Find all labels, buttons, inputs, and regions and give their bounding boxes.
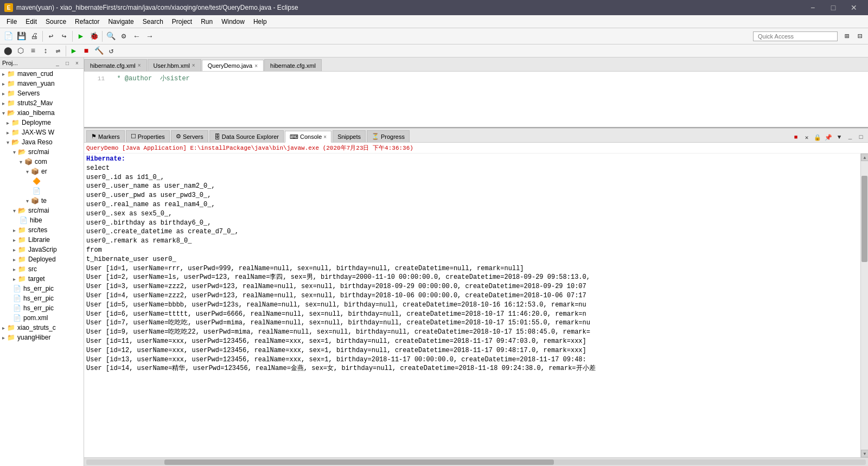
console-pin[interactable]: 📌 bbox=[824, 132, 833, 142]
sidebar-item-file1[interactable]: 🔶 bbox=[0, 176, 84, 186]
tab-datasource[interactable]: 🗄 Data Source Explorer bbox=[209, 130, 284, 142]
sidebar-item-jaxws[interactable]: ▸ 📁 JAX-WS W bbox=[0, 127, 84, 137]
toolbar2-refresh[interactable]: ↺ bbox=[105, 45, 117, 57]
toolbar-redo[interactable]: ↪ bbox=[58, 30, 70, 42]
quick-access-input[interactable] bbox=[753, 31, 838, 41]
toolbar-new[interactable]: 📄 bbox=[2, 30, 14, 42]
scroll-down-button[interactable]: ▼ bbox=[861, 450, 868, 457]
toolbar-forward[interactable]: → bbox=[144, 30, 156, 42]
sidebar-item-java-reso[interactable]: ▾ 📂 Java Reso bbox=[0, 137, 84, 147]
sidebar-item-deployme[interactable]: ▸ 📁 Deployme bbox=[0, 118, 84, 127]
editor-content[interactable]: 11 * @author 小sister bbox=[84, 72, 868, 127]
toolbar-layout[interactable]: ⊟ bbox=[854, 30, 866, 42]
sidebar-item-src-mai-1[interactable]: ▾ 📂 src/mai bbox=[0, 147, 84, 157]
toolbar-save[interactable]: 💾 bbox=[15, 30, 27, 42]
sidebar-item-xml[interactable]: 📄 bbox=[0, 186, 84, 196]
toolbar-undo[interactable]: ↩ bbox=[45, 30, 57, 42]
minimize-button[interactable]: − bbox=[803, 0, 822, 15]
sidebar-item-javascript[interactable]: ▸ 📁 JavaScrip bbox=[0, 245, 84, 254]
sidebar-item-yuan-hiber[interactable]: ▸ 📁 yuangHiber bbox=[0, 333, 84, 342]
menu-project[interactable]: Project bbox=[168, 17, 196, 27]
hscroll-track[interactable] bbox=[86, 459, 866, 465]
tab-markers[interactable]: ⚑ Markers bbox=[86, 130, 125, 142]
menu-help[interactable]: Help bbox=[249, 17, 271, 27]
toolbar-run[interactable]: ▶ bbox=[75, 30, 87, 42]
toolbar2-btn1[interactable]: ⬤ bbox=[2, 45, 14, 57]
console-stop-button[interactable]: ■ bbox=[791, 132, 801, 142]
toolbar-print[interactable]: 🖨 bbox=[28, 30, 40, 42]
console-view-menu[interactable]: ▼ bbox=[834, 132, 844, 142]
tab-close-icon[interactable]: × bbox=[323, 134, 327, 140]
sidebar-item-hserr3[interactable]: 📄 hs_err_pic bbox=[0, 303, 84, 313]
sidebar-item-servers[interactable]: ▸ 📁 Servers bbox=[0, 88, 84, 98]
console-line: select bbox=[86, 164, 858, 173]
toolbar2-btn3[interactable]: ≡ bbox=[27, 45, 39, 57]
sidebar-item-pomxml[interactable]: 📄 pom.xml bbox=[0, 313, 84, 323]
sidebar-maximize-button[interactable]: □ bbox=[63, 59, 72, 67]
tab-user-hbm[interactable]: User.hbm.xml × bbox=[148, 59, 201, 71]
console-clear-button[interactable]: ✕ bbox=[802, 132, 812, 142]
sidebar-item-hserr2[interactable]: 📄 hs_err_pic bbox=[0, 293, 84, 303]
tab-query-demo[interactable]: QueryDemo.java × bbox=[202, 60, 264, 72]
menu-navigate[interactable]: Navigate bbox=[104, 17, 138, 27]
toolbar2-btn2[interactable]: ⬡ bbox=[15, 45, 27, 57]
toolbar-settings[interactable]: ⚙ bbox=[118, 30, 130, 42]
tab-close-icon[interactable]: × bbox=[254, 63, 258, 69]
sidebar-item-src-tes[interactable]: ▸ 📁 src/tes bbox=[0, 225, 84, 235]
console-maximize[interactable]: □ bbox=[856, 132, 866, 142]
console-scroll-lock[interactable]: 🔒 bbox=[813, 132, 822, 142]
console-minimize[interactable]: _ bbox=[845, 132, 855, 142]
sidebar-item-librarie[interactable]: ▸ 📁 Librarie bbox=[0, 235, 84, 245]
sidebar-item-target[interactable]: ▸ 📁 target bbox=[0, 274, 84, 284]
menu-run[interactable]: Run bbox=[196, 17, 217, 27]
menu-source[interactable]: Source bbox=[41, 17, 71, 27]
main-layout: Proj... _ □ × ▸ 📁 maven_crud ▸ 📁 maven_y… bbox=[0, 58, 868, 466]
menu-file[interactable]: File bbox=[2, 17, 21, 27]
maximize-button[interactable]: □ bbox=[824, 0, 843, 15]
sidebar-close-button[interactable]: × bbox=[73, 59, 81, 67]
tab-servers[interactable]: ⚙ Servers bbox=[171, 130, 208, 142]
tab-label: Console bbox=[300, 133, 322, 140]
tab-progress[interactable]: ⏳ Progress bbox=[367, 130, 410, 142]
sidebar-minimize-button[interactable]: _ bbox=[53, 59, 62, 67]
toolbar2-stop[interactable]: ■ bbox=[80, 45, 92, 57]
sidebar-item-com[interactable]: ▾ 📦 com bbox=[0, 157, 84, 167]
close-button[interactable]: ✕ bbox=[844, 0, 864, 15]
toolbar-search[interactable]: 🔍 bbox=[105, 30, 117, 42]
sidebar-item-xiao-hiberna[interactable]: ▾ 📂 xiao_hiberna bbox=[0, 108, 84, 118]
tab-close-icon[interactable]: × bbox=[138, 62, 141, 68]
sidebar-item-deployed[interactable]: ▸ 📁 Deployed bbox=[0, 254, 84, 264]
console-content[interactable]: Hibernate: select user0_.id as id1_0_, u… bbox=[84, 154, 860, 457]
toolbar2-run[interactable]: ▶ bbox=[68, 45, 80, 57]
scroll-track[interactable] bbox=[861, 161, 868, 450]
sidebar-item-src[interactable]: ▸ 📁 src bbox=[0, 264, 84, 274]
tab-hibernate-cfg-1[interactable]: hibernate.cfg.xml × bbox=[84, 59, 147, 71]
sidebar-item-src-mai-2[interactable]: ▾ 📂 src/mai bbox=[0, 206, 84, 215]
sidebar-item-struts[interactable]: ▸ 📁 struts2_Mav bbox=[0, 98, 84, 108]
sidebar-item-xiao-struts[interactable]: ▸ 📁 xiao_struts_c bbox=[0, 323, 84, 333]
menu-refactor[interactable]: Refactor bbox=[71, 17, 104, 27]
tab-hibernate-cfg-2[interactable]: hibernate.cfg.xml bbox=[264, 59, 322, 71]
tab-console[interactable]: ⌨ Console × bbox=[285, 131, 331, 143]
sidebar-item-hserr1[interactable]: 📄 hs_err_pic bbox=[0, 284, 84, 293]
tab-properties[interactable]: ☐ Properties bbox=[126, 130, 170, 142]
tab-snippets[interactable]: Snippets bbox=[333, 130, 366, 142]
menu-search[interactable]: Search bbox=[138, 17, 168, 27]
menu-edit[interactable]: Edit bbox=[21, 17, 41, 27]
scroll-up-button[interactable]: ▲ bbox=[861, 154, 868, 161]
toolbar2-btn5[interactable]: ⇌ bbox=[52, 45, 64, 57]
sidebar-item-hibe[interactable]: 📄 hibe bbox=[0, 215, 84, 225]
sidebar-item-maven-yuan[interactable]: ▸ 📁 maven_yuan bbox=[0, 79, 84, 88]
console-hscroll[interactable] bbox=[84, 457, 868, 466]
toolbar2-build[interactable]: 🔨 bbox=[93, 45, 105, 57]
toolbar-back[interactable]: ← bbox=[131, 30, 143, 42]
toolbar-perspective[interactable]: ⊞ bbox=[841, 30, 853, 42]
menu-window[interactable]: Window bbox=[217, 17, 249, 27]
folder-icon: 📁 bbox=[18, 236, 26, 244]
sidebar-item-maven-crud[interactable]: ▸ 📁 maven_crud bbox=[0, 69, 84, 79]
sidebar-item-te[interactable]: ▾ 📦 te bbox=[0, 196, 84, 206]
toolbar2-btn4[interactable]: ↕ bbox=[40, 45, 52, 57]
tab-close-icon[interactable]: × bbox=[192, 62, 195, 68]
sidebar-item-er[interactable]: ▾ 📦 er bbox=[0, 167, 84, 176]
toolbar-debug[interactable]: 🐞 bbox=[88, 30, 100, 42]
